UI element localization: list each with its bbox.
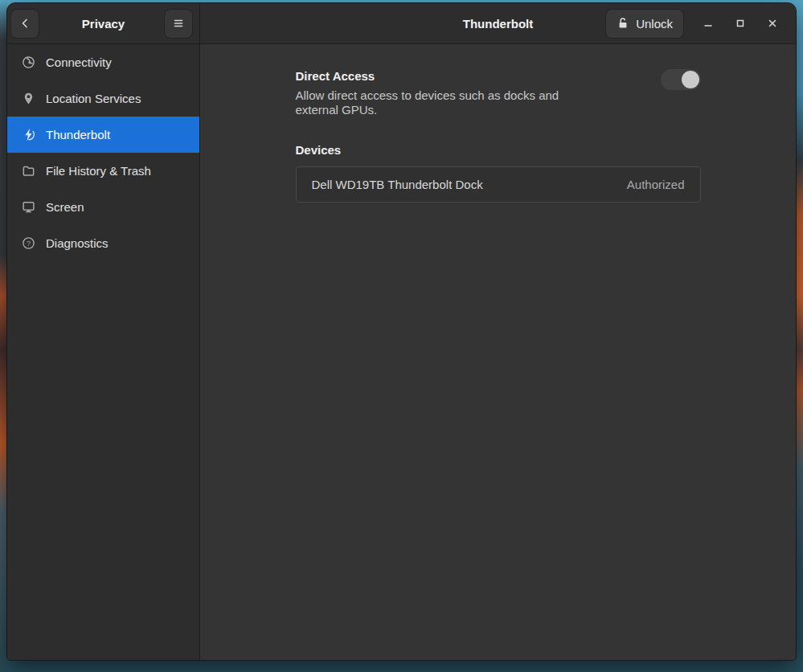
device-list: Dell WD19TB Thunderbolt Dock Authorized [296, 166, 701, 203]
unlock-button-label: Unlock [636, 17, 673, 31]
lock-icon [617, 17, 629, 30]
sidebar-item-label: File History & Trash [46, 164, 151, 178]
headerbar: Privacy Thunderbolt Unlock [7, 3, 796, 44]
settings-window: Privacy Thunderbolt Unlock [6, 2, 797, 661]
location-pin-icon [22, 92, 35, 105]
unlock-button[interactable]: Unlock [605, 9, 684, 39]
sidebar-item-label: Diagnostics [46, 236, 109, 250]
devices-group: Devices Dell WD19TB Thunderbolt Dock Aut… [296, 143, 701, 203]
direct-access-group: Direct Access Allow direct access to dev… [296, 69, 701, 118]
window-body: Connectivity Location Services Thun [7, 44, 796, 660]
maximize-button[interactable] [730, 13, 751, 34]
window-controls [698, 13, 783, 34]
sidebar-item-label: Connectivity [46, 55, 112, 69]
toggle-knob [682, 71, 699, 88]
direct-access-description: Allow direct access to devices such as d… [296, 88, 569, 118]
question-mark-icon: ? [22, 236, 35, 250]
direct-access-toggle[interactable] [661, 69, 701, 90]
sidebar-item-file-history-trash[interactable]: File History & Trash [7, 153, 199, 189]
back-chevron-icon [18, 17, 31, 30]
device-row[interactable]: Dell WD19TB Thunderbolt Dock Authorized [296, 166, 701, 203]
desktop: { "titlebar": { "back_title": "Privacy",… [0, 0, 803, 672]
screen-icon [22, 200, 35, 214]
devices-title: Devices [296, 143, 701, 157]
back-button[interactable] [10, 9, 39, 39]
primary-menu-button[interactable] [164, 9, 193, 39]
sidebar-item-connectivity[interactable]: Connectivity [7, 44, 199, 80]
direct-access-text: Direct Access Allow direct access to dev… [296, 69, 569, 118]
maximize-icon [735, 18, 746, 29]
headerbar-content-section: Thunderbolt Unlock [200, 3, 796, 43]
sidebar-item-thunderbolt[interactable]: Thunderbolt [7, 117, 199, 153]
globe-icon [22, 55, 35, 69]
headerbar-sidebar-section: Privacy [7, 3, 200, 43]
main-content: Direct Access Allow direct access to dev… [200, 44, 796, 660]
wallpaper-right-edge [796, 0, 803, 672]
svg-text:?: ? [27, 240, 31, 248]
device-status-badge: Authorized [627, 178, 685, 191]
hamburger-menu-icon [172, 17, 185, 30]
device-name: Dell WD19TB Thunderbolt Dock [312, 178, 483, 191]
minimize-button[interactable] [698, 13, 719, 34]
minimize-icon [703, 18, 714, 29]
sidebar-item-diagnostics[interactable]: ? Diagnostics [7, 225, 199, 261]
sidebar-item-label: Thunderbolt [46, 128, 110, 141]
close-icon [767, 18, 778, 29]
thunderbolt-icon [22, 128, 35, 141]
folder-icon [22, 164, 35, 178]
sidebar-item-screen[interactable]: Screen [7, 189, 199, 225]
sidebar-item-label: Location Services [46, 92, 141, 105]
sidebar-item-location-services[interactable]: Location Services [7, 80, 199, 117]
direct-access-title: Direct Access [296, 69, 569, 83]
sidebar-item-label: Screen [46, 200, 84, 214]
close-button[interactable] [762, 13, 783, 34]
sidebar: Connectivity Location Services Thun [7, 44, 200, 660]
content-column: Direct Access Allow direct access to dev… [296, 44, 701, 203]
